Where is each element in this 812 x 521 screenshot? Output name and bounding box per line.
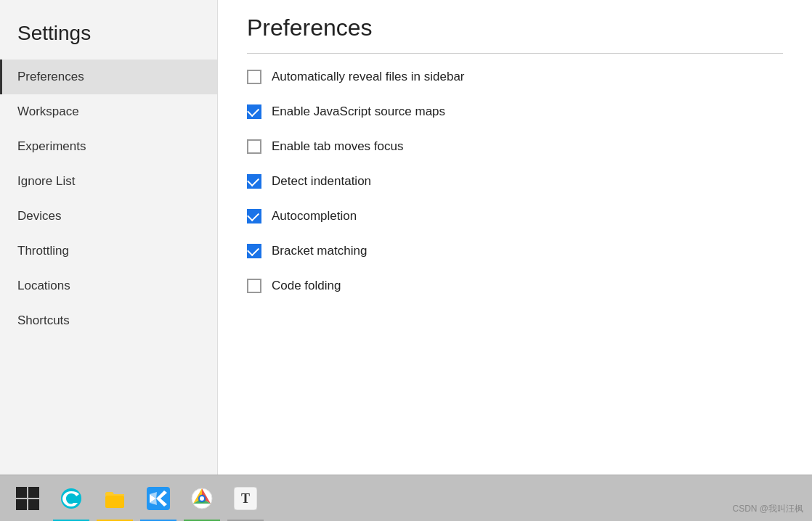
sidebar-title: Settings <box>0 15 217 60</box>
checkbox-bracket-matching[interactable] <box>247 244 261 258</box>
setting-text-js-source-maps: Enable JavaScript source maps <box>272 104 445 119</box>
setting-text-code-folding: Code folding <box>272 279 341 293</box>
checkbox-js-source-maps[interactable] <box>247 104 261 119</box>
taskbar-icon-windows[interactable] <box>6 475 49 522</box>
setting-label-code-folding[interactable]: Code folding <box>247 279 341 293</box>
checkbox-code-folding[interactable] <box>247 279 261 293</box>
files-icon <box>102 485 128 512</box>
svg-point-6 <box>200 496 204 501</box>
svg-text:T: T <box>241 491 250 506</box>
taskbar-icon-vscode[interactable] <box>137 475 180 522</box>
taskbar-icon-files[interactable] <box>93 475 137 522</box>
sidebar-item-preferences[interactable]: Preferences <box>0 60 217 94</box>
taskbar: T CSDN @我叫汪枫 <box>0 475 812 521</box>
setting-row-auto-reveal: Automatically reveal files in sidebar <box>247 60 783 94</box>
setting-text-tab-moves-focus: Enable tab moves focus <box>272 139 403 154</box>
sidebar-item-experiments[interactable]: Experiments <box>0 129 217 164</box>
setting-text-auto-reveal: Automatically reveal files in sidebar <box>272 70 465 84</box>
sidebar-item-ignore-list[interactable]: Ignore List <box>0 164 217 199</box>
setting-text-detect-indentation: Detect indentation <box>272 174 371 189</box>
sidebar-item-locations[interactable]: Locations <box>0 268 217 303</box>
windows-icon <box>15 485 41 512</box>
edge-icon <box>58 485 84 512</box>
setting-label-detect-indentation[interactable]: Detect indentation <box>247 174 371 189</box>
svg-rect-1 <box>105 496 124 508</box>
setting-label-tab-moves-focus[interactable]: Enable tab moves focus <box>247 139 403 154</box>
setting-row-bracket-matching: Bracket matching <box>247 234 783 268</box>
setting-row-tab-moves-focus: Enable tab moves focus <box>247 129 783 164</box>
setting-row-detect-indentation: Detect indentation <box>247 164 783 199</box>
typora-icon: T <box>232 485 259 512</box>
setting-row-code-folding: Code folding <box>247 268 783 303</box>
sidebar-item-workspace[interactable]: Workspace <box>0 94 217 129</box>
setting-label-autocompletion[interactable]: Autocompletion <box>247 209 357 223</box>
sidebar-item-devices[interactable]: Devices <box>0 199 217 234</box>
checkbox-detect-indentation[interactable] <box>247 174 261 189</box>
sidebar-item-shortcuts[interactable]: Shortcuts <box>0 303 217 338</box>
chrome-icon <box>189 485 215 512</box>
setting-label-js-source-maps[interactable]: Enable JavaScript source maps <box>247 104 445 119</box>
checkbox-auto-reveal[interactable] <box>247 70 261 84</box>
panel-divider <box>247 53 783 54</box>
setting-text-bracket-matching: Bracket matching <box>272 244 367 258</box>
taskbar-icon-chrome[interactable] <box>180 475 224 522</box>
settings-panel: Preferences Automatically reveal files i… <box>218 0 812 475</box>
sidebar: Settings PreferencesWorkspaceExperiments… <box>0 0 218 475</box>
setting-row-autocompletion: Autocompletion <box>247 199 783 234</box>
setting-text-autocompletion: Autocompletion <box>272 209 357 223</box>
panel-title: Preferences <box>247 15 783 41</box>
watermark: CSDN @我叫汪枫 <box>732 503 803 515</box>
setting-label-bracket-matching[interactable]: Bracket matching <box>247 244 367 258</box>
taskbar-icon-edge[interactable] <box>49 475 93 522</box>
setting-label-auto-reveal[interactable]: Automatically reveal files in sidebar <box>247 70 465 84</box>
taskbar-icon-typora[interactable]: T <box>224 475 267 522</box>
sidebar-item-throttling[interactable]: Throttling <box>0 234 217 268</box>
checkbox-autocompletion[interactable] <box>247 209 261 223</box>
checkbox-tab-moves-focus[interactable] <box>247 139 261 154</box>
setting-row-js-source-maps: Enable JavaScript source maps <box>247 94 783 129</box>
vscode-icon <box>145 485 171 512</box>
